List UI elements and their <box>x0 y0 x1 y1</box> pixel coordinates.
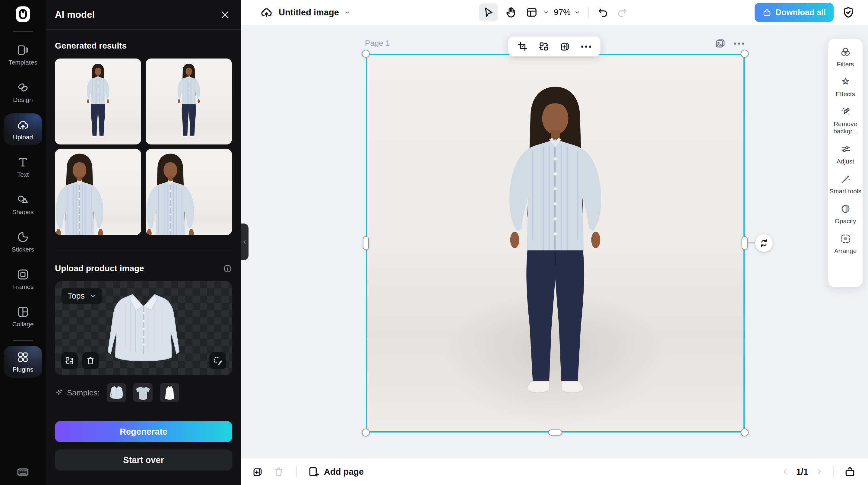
tool-filters[interactable]: Filters <box>829 47 862 68</box>
top-toolbar: Untitled image 97% <box>241 0 868 25</box>
tool-opacity[interactable]: Opacity <box>829 203 862 225</box>
sidebar-item-stickers[interactable]: Stickers <box>4 225 42 257</box>
hand-tool-button[interactable] <box>501 3 521 22</box>
duplicate-page-icon <box>559 41 570 52</box>
page-indicator: 1/1 <box>796 467 808 477</box>
page-more-button[interactable] <box>734 38 744 49</box>
sidebar-item-label: Collage <box>12 321 33 327</box>
rotate-button[interactable] <box>755 234 773 252</box>
chevron-left-icon[interactable] <box>781 467 789 476</box>
layout-tool-button[interactable] <box>524 3 540 22</box>
delete-page-button[interactable] <box>272 465 285 478</box>
templates-icon <box>17 44 29 56</box>
panel-divider <box>46 29 241 30</box>
panel-title: AI model <box>55 9 95 20</box>
selection-handle-top-right[interactable] <box>741 50 749 58</box>
sidebar-item-collage[interactable]: Collage <box>4 300 42 332</box>
category-dropdown[interactable]: Tops <box>62 288 102 304</box>
canvas-area[interactable]: Page 1 <box>241 25 868 458</box>
download-all-button[interactable]: Download all <box>754 3 834 22</box>
plugins-icon <box>17 351 29 363</box>
keyboard-icon[interactable] <box>16 465 30 478</box>
generated-result-thumb-1[interactable] <box>55 59 141 145</box>
start-over-button[interactable]: Start over <box>55 449 232 471</box>
shapes-icon <box>17 193 29 206</box>
canvas-model-image[interactable] <box>480 78 630 400</box>
generated-result-thumb-4[interactable] <box>146 149 232 235</box>
tool-adjust[interactable]: Adjust <box>829 144 862 165</box>
sidebar-item-frames[interactable]: Frames <box>4 263 42 295</box>
collage-icon <box>17 306 29 318</box>
filters-icon <box>840 47 851 58</box>
text-icon <box>17 156 29 169</box>
page-thumbnail-icon[interactable] <box>715 38 726 49</box>
chevron-down-icon[interactable] <box>344 9 350 16</box>
hand-icon <box>505 6 517 19</box>
page-options <box>715 38 744 49</box>
crop-button[interactable] <box>517 40 529 53</box>
replace-button[interactable] <box>538 40 550 53</box>
zoom-control[interactable]: 97% <box>554 7 580 17</box>
duplicate-page-button[interactable] <box>251 465 264 478</box>
shield-check-icon[interactable] <box>842 6 855 19</box>
sample-shirt-thumb[interactable] <box>107 383 126 402</box>
selection-handle-bottom[interactable] <box>548 429 562 435</box>
sparkle-icon <box>55 389 63 397</box>
panel-header: AI model <box>46 0 241 29</box>
selection-handle-right[interactable] <box>742 236 748 250</box>
info-icon[interactable] <box>223 264 232 273</box>
sample-tshirt-thumb[interactable] <box>133 383 153 402</box>
generated-result-thumb-3[interactable] <box>55 149 141 235</box>
sidebar-item-templates[interactable]: Templates <box>4 39 42 70</box>
sidebar-item-shapes[interactable]: Shapes <box>4 188 42 220</box>
generated-result-thumb-2[interactable] <box>146 59 232 145</box>
redo-icon <box>616 6 628 19</box>
edit-cutout-button[interactable] <box>209 352 226 369</box>
select-tool-button[interactable] <box>479 3 498 22</box>
sidebar-item-design[interactable]: Design <box>4 76 42 108</box>
tool-remove-background[interactable]: Remove backgr... <box>829 106 862 135</box>
sample-dress-thumb[interactable] <box>160 383 179 402</box>
sample-shirt-image <box>108 385 125 401</box>
add-page-button[interactable]: Add page <box>308 466 364 478</box>
more-options-button[interactable] <box>580 40 592 53</box>
tool-smart-tools[interactable]: Smart tools <box>829 174 862 195</box>
model-full-body-image <box>80 62 116 141</box>
product-image-canvas: Tops <box>55 281 232 375</box>
sidebar-item-plugins[interactable]: Plugins <box>4 346 42 377</box>
tool-label: Filters <box>837 61 854 68</box>
sidebar-item-label: Stickers <box>12 246 34 252</box>
tool-effects[interactable]: Effects <box>829 76 862 98</box>
sidebar-item-upload[interactable]: Upload <box>4 113 42 145</box>
chevron-down-icon[interactable] <box>543 9 549 16</box>
generated-results-grid <box>55 59 232 235</box>
sidebar-item-label: Frames <box>12 283 33 290</box>
duplicate-button[interactable] <box>559 40 571 53</box>
sample-dress-image <box>162 385 177 401</box>
cloud-sync-icon[interactable] <box>260 6 273 19</box>
arrange-icon <box>840 233 851 244</box>
sidebar-item-label: Upload <box>13 134 33 140</box>
selection-handle-top-left[interactable] <box>362 50 370 58</box>
chevron-right-icon[interactable] <box>815 467 824 476</box>
close-icon[interactable] <box>219 9 231 21</box>
selection-handle-left[interactable] <box>363 236 369 250</box>
panel-collapse-tab[interactable] <box>241 223 249 260</box>
tool-label: Adjust <box>837 158 854 165</box>
selection-handle-bottom-right[interactable] <box>741 429 749 436</box>
page-label: Page 1 <box>365 39 390 48</box>
regenerate-button[interactable]: Regenerate <box>55 421 232 442</box>
app-logo-icon[interactable] <box>13 5 32 24</box>
tool-arrange[interactable]: Arrange <box>829 233 862 254</box>
layout-icon <box>526 6 538 19</box>
replace-product-button[interactable] <box>61 352 78 369</box>
trash-icon <box>273 466 284 478</box>
sidebar-item-text[interactable]: Text <box>4 151 42 183</box>
undo-button[interactable] <box>595 3 611 22</box>
document-title[interactable]: Untitled image <box>279 7 339 18</box>
artboard-page[interactable] <box>366 54 745 432</box>
redo-button[interactable] <box>614 3 630 22</box>
delete-product-button[interactable] <box>82 352 99 369</box>
export-button[interactable] <box>843 465 857 478</box>
selection-handle-bottom-left[interactable] <box>362 429 370 436</box>
